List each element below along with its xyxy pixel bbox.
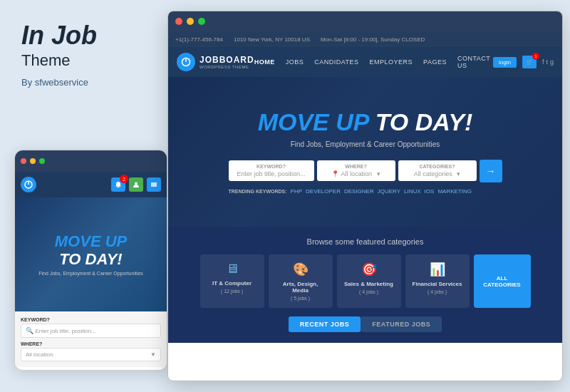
mobile-dot-green [39,158,45,164]
arts-count: ( 5 jobs ) [274,296,327,301]
notification-count: 2 [120,175,128,183]
nav-link-jobs[interactable]: JOBS [286,58,304,66]
desktop-dot-green [198,18,205,25]
mobile-hero-today: TO DAY! [59,250,122,268]
mobile-hero-move: MOVE UP [55,232,127,250]
desktop-dot-red [175,18,182,25]
trending-tag-jquery[interactable]: JQUERY [378,188,400,195]
featured-jobs-tab[interactable]: FEATURED JOBS [361,316,442,332]
recent-jobs-tab[interactable]: RECENT JOBS [289,316,361,332]
featured-title: Browse some featured categories [307,237,424,246]
mobile-logo-icon [21,177,36,192]
theme-info-panel: In Job Theme By sfwebservice [21,21,157,88]
desktop-mockup: +1(1)-777-456-784 1010 New York, NY 1001… [167,11,563,381]
category-card-it[interactable]: 🖥 IT & Computer ( 12 jobs ) [200,254,264,308]
location-input[interactable]: 📍 All location ▾ [323,170,390,177]
mobile-location-label: WHERE? [21,341,161,346]
trending-tag-linux[interactable]: LINUX [404,188,421,195]
all-categories-label: ALL CATEGORIES [480,275,525,288]
page-container: In Job Theme By sfwebservice 2 [0,0,570,392]
chevron-down-icon: ▾ [377,170,380,177]
mobile-menu-icon [147,177,161,192]
mobile-dot-red [21,158,26,164]
desktop-nav-right: login 🛒 1 f t g [493,56,554,68]
mobile-search-area: KEYWORD? 🔍 Enter job title, position... … [15,311,167,367]
category-input[interactable]: All categories ▾ [404,170,471,177]
theme-author: By sfwebservice [21,77,157,88]
trending-tag-designer[interactable]: DESIGNER [344,188,374,195]
hero-today-text2: TO DAY! [375,108,473,135]
sales-name: Sales & Marketing [343,281,395,287]
map-pin-icon: 📍 [331,170,341,177]
svg-point-3 [135,182,138,185]
mobile-keyword-label: KEYWORD? [21,317,161,322]
chevron-down-icon: ▼ [150,351,156,358]
phone-info: +1(1)-777-456-784 [175,36,223,43]
hero-search-bar: KEYWORD? Enter job title, position... WH… [229,160,502,182]
category-card-financial[interactable]: 📊 Financial Services ( 4 jobs ) [405,254,470,308]
chevron-down-icon2: ▾ [457,170,460,177]
desktop-hero: MOVE UP TO DAY! Find Jobs, Employment & … [168,77,562,227]
desktop-topbar [168,11,562,31]
theme-subtitle: Theme [21,51,157,70]
category-card-arts[interactable]: 🎨 Arts, Design, Media ( 5 jobs ) [269,254,333,308]
mobile-hero-subtitle: Find Jobs, Employment & Career Opportuni… [38,271,143,276]
sales-icon: 🎯 [343,262,395,277]
mobile-hero: MOVE UP TO DAY! Find Jobs, Employment & … [15,197,167,311]
category-label: CATEGORIES? [404,164,471,169]
location-search-group: WHERE? 📍 All location ▾ [317,160,395,181]
keyword-search-group: KEYWORD? Enter job title, position... [229,160,314,181]
category-card-sales[interactable]: 🎯 Sales & Marketing ( 4 jobs ) [337,254,401,308]
keyword-input[interactable]: Enter job title, position... [234,170,309,177]
mobile-keyword-input[interactable]: 🔍 Enter job title, position... [21,324,161,338]
facebook-icon: f [542,58,544,66]
social-icons: f t g [542,58,554,66]
nav-link-candidates[interactable]: CANDIDATES [314,58,358,66]
cart-icon: 🛒 1 [522,56,537,68]
mobile-person-icon [129,177,143,192]
it-name: IT & Computer [206,280,259,287]
hero-move-text: MOVE UP [258,108,369,135]
nav-link-contact[interactable]: CONTACT US [457,55,493,69]
category-value: All categories [414,170,452,177]
trending-tag-php[interactable]: PHP [291,188,302,195]
mobile-location-select[interactable]: All location ▼ [21,348,161,361]
it-icon: 🖥 [206,262,259,277]
login-button[interactable]: login [493,57,517,68]
trending-tag-ios[interactable]: IOS [425,188,435,195]
trending-tag-marketing[interactable]: MARKETING [437,188,472,195]
mobile-topbar [15,150,167,172]
mobile-mockup: 2 MOVE UP TO DAY! Find Jobs, Employmen [14,150,167,371]
location-label: WHERE? [323,164,390,169]
mobile-notification-badge: 2 [111,177,125,192]
financial-count: ( 4 jobs ) [411,289,464,294]
trending-keywords: TRENDING KEYWORDS: PHP DEVELOPER DESIGNE… [229,188,502,195]
jobs-tabs: RECENT JOBS FEATURED JOBS [289,316,442,332]
logo-text: JOBBOARD WORDPRESS THEME [200,55,254,69]
hours-info: Mon-Sat [8:00 - 19:00], Sunday CLOSED [321,36,425,43]
hero-content: MOVE UP TO DAY! Find Jobs, Employment & … [229,109,502,194]
desktop-dot-yellow [187,18,194,25]
cart-badge: 1 [532,53,539,60]
desktop-nav: JOBBOARD WORDPRESS THEME HOME JOBS CANDI… [168,47,562,77]
address-info: 1010 New York, NY 10018 US [234,36,310,43]
sales-count: ( 4 jobs ) [343,289,395,294]
theme-title: In Job [21,21,157,50]
nav-link-home[interactable]: HOME [254,58,275,66]
desktop-nav-links: HOME JOBS CANDIDATES EMPLOYERS PAGES CON… [254,55,493,69]
desktop-logo: JOBBOARD WORDPRESS THEME [177,53,254,71]
keyword-label: KEYWORD? [234,164,309,169]
trending-tag-developer[interactable]: DEVELOPER [306,188,341,195]
search-button[interactable]: → [480,160,502,182]
google-icon: g [550,58,554,66]
logo-main-text: JOBBOARD [200,55,254,65]
category-search-group: CATEGORIES? All categories ▾ [398,160,477,181]
mobile-navbar: 2 [15,172,167,197]
logo-circle-icon [177,53,195,71]
nav-link-employers[interactable]: EMPLOYERS [370,58,413,66]
twitter-icon: t [546,58,548,66]
all-categories-button[interactable]: ALL CATEGORIES [474,254,531,308]
mobile-keyword-placeholder: Enter job title, position... [36,328,96,334]
nav-link-pages[interactable]: PAGES [423,58,447,66]
mobile-dot-yellow [30,158,36,164]
